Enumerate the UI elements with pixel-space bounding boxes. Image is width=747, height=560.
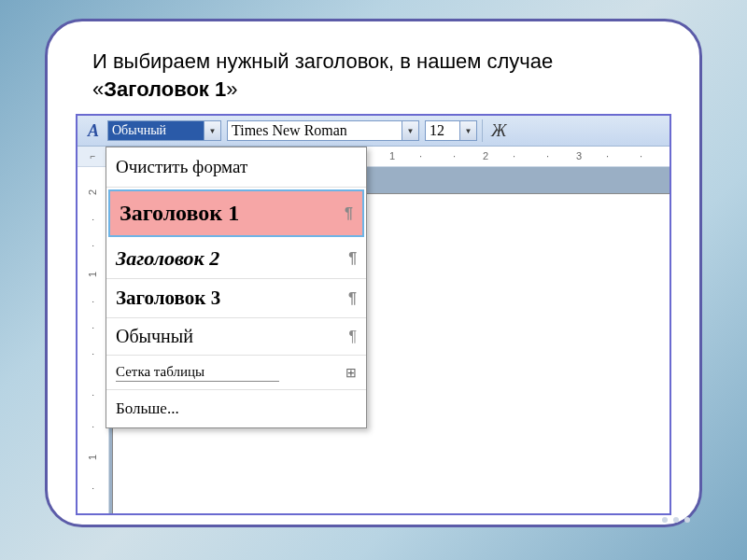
toolbar-extra-button[interactable]: Ж [487,121,507,141]
ruler-corner: ⌐ [78,147,109,167]
style-item-heading-2[interactable]: Заголовок 2 ¶ [106,239,366,279]
vruler-tick: 1 [87,455,98,460]
ruler-tick: · [546,150,549,161]
style-combo-dropdown-button[interactable]: ▼ [204,120,221,141]
pilcrow-icon: ¶ [345,205,353,222]
vruler-tick: · [87,301,98,303]
formatting-toolbar: A ▼ ▼ ▼ Ж [78,116,669,147]
app-screenshot: A ▼ ▼ ▼ Ж ⌐ 1 · · 2 · [76,114,671,515]
style-item-label: Заголовок 3 [116,287,220,310]
style-item-label: Заголовок 1 [120,201,239,226]
vruler-tick: · [87,426,98,428]
vruler-tick: · [87,487,98,490]
size-combo-input[interactable] [425,120,460,141]
styles-icon[interactable]: A [81,119,106,143]
style-combo-input[interactable] [107,120,204,141]
style-item-table-grid[interactable]: Сетка таблицы ⊞ [106,356,366,390]
vruler-tick: · [87,327,98,329]
toolbar-separator [482,119,483,142]
style-item-label: Обычный [116,326,193,347]
style-item-normal[interactable]: Обычный ¶ [106,318,366,356]
font-combo-dropdown-button[interactable]: ▼ [402,120,419,141]
caption-text: И выбираем нужный заголовок, в нашем слу… [70,48,677,114]
style-item-more[interactable]: Больше... [106,390,366,427]
pilcrow-icon: ¶ [348,290,357,307]
size-combo-dropdown-button[interactable]: ▼ [460,120,477,141]
style-item-heading-1[interactable]: Заголовок 1 ¶ [108,189,364,237]
style-combo[interactable]: ▼ [107,119,221,142]
ruler-tick: · [640,150,642,161]
caption-suffix: » [226,77,237,101]
ruler-tick: 2 [483,150,488,161]
slide-frame: И выбираем нужный заголовок, в нашем слу… [45,19,702,527]
style-item-clear-format[interactable]: Очистить формат [106,147,366,188]
vruler-tick: · [87,394,98,397]
table-icon: ⊞ [345,365,357,381]
caption-bold: Заголовок 1 [104,77,226,101]
style-item-label: Больше... [116,399,179,418]
ruler-tick: 3 [576,150,582,161]
font-combo[interactable]: ▼ [227,119,419,142]
style-item-label: Сетка таблицы [116,363,279,382]
vruler-tick: · [87,218,98,221]
size-combo[interactable]: ▼ [425,119,477,142]
vruler-tick: 2 [87,189,98,195]
ruler-tick: · [513,150,515,161]
vertical-ruler[interactable]: 2 · · 1 · · · · · 1 · [78,167,109,513]
pilcrow-icon: ¶ [348,250,357,267]
vruler-tick: 1 [87,272,98,277]
slide-footer-dots [662,517,690,523]
style-item-label: Очистить формат [116,157,247,177]
font-combo-input[interactable] [227,120,402,141]
style-item-label: Заголовок 2 [116,246,219,271]
ruler-tick: 1 [389,150,395,161]
vruler-tick: · [87,245,98,247]
vruler-tick: · [87,353,98,356]
ruler-tick: · [419,150,422,161]
ruler-tick: · [606,150,609,161]
style-item-heading-3[interactable]: Заголовок 3 ¶ [106,279,366,318]
style-dropdown: Очистить формат Заголовок 1 ¶ Заголовок … [106,147,367,428]
ruler-tick: · [453,150,456,161]
pilcrow-icon: ¶ [348,329,357,345]
